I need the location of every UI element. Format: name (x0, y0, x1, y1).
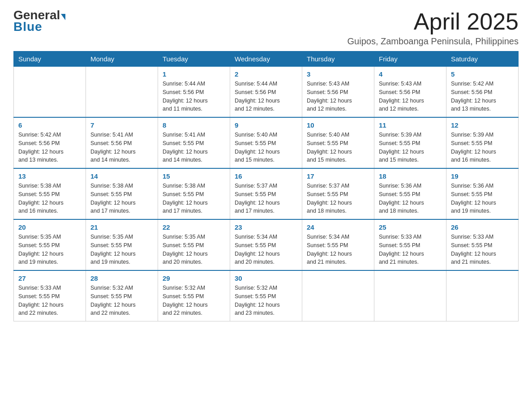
day-number: 3 (307, 70, 369, 78)
day-number: 19 (451, 172, 514, 180)
calendar-cell (14, 67, 86, 118)
day-info: Sunrise: 5:35 AM Sunset: 5:55 PM Dayligh… (18, 233, 81, 266)
day-info: Sunrise: 5:43 AM Sunset: 5:56 PM Dayligh… (307, 80, 369, 113)
day-number: 22 (163, 223, 225, 231)
day-number: 27 (18, 274, 81, 282)
calendar-cell: 1Sunrise: 5:44 AM Sunset: 5:56 PM Daylig… (158, 67, 230, 118)
day-number: 24 (307, 223, 369, 231)
day-info: Sunrise: 5:38 AM Sunset: 5:55 PM Dayligh… (18, 182, 81, 215)
weekday-header-row: SundayMondayTuesdayWednesdayThursdayFrid… (14, 51, 519, 67)
day-info: Sunrise: 5:33 AM Sunset: 5:55 PM Dayligh… (18, 284, 81, 317)
day-number: 16 (235, 172, 297, 180)
day-info: Sunrise: 5:32 AM Sunset: 5:55 PM Dayligh… (90, 284, 153, 317)
day-info: Sunrise: 5:36 AM Sunset: 5:55 PM Dayligh… (451, 182, 514, 215)
day-info: Sunrise: 5:37 AM Sunset: 5:55 PM Dayligh… (235, 182, 297, 215)
day-number: 4 (379, 70, 442, 78)
day-info: Sunrise: 5:40 AM Sunset: 5:55 PM Dayligh… (307, 131, 369, 164)
calendar-cell: 14Sunrise: 5:38 AM Sunset: 5:55 PM Dayli… (86, 168, 158, 219)
calendar-cell: 11Sunrise: 5:39 AM Sunset: 5:55 PM Dayli… (374, 117, 446, 168)
day-number: 17 (307, 172, 369, 180)
calendar-week-row: 20Sunrise: 5:35 AM Sunset: 5:55 PM Dayli… (14, 219, 519, 270)
calendar-cell: 29Sunrise: 5:32 AM Sunset: 5:55 PM Dayli… (158, 270, 230, 321)
calendar-cell: 23Sunrise: 5:34 AM Sunset: 5:55 PM Dayli… (230, 219, 302, 270)
day-info: Sunrise: 5:36 AM Sunset: 5:55 PM Dayligh… (379, 182, 442, 215)
calendar-week-row: 13Sunrise: 5:38 AM Sunset: 5:55 PM Dayli… (14, 168, 519, 219)
weekday-header-tuesday: Tuesday (158, 51, 230, 67)
day-info: Sunrise: 5:33 AM Sunset: 5:55 PM Dayligh… (451, 233, 514, 266)
calendar-table: SundayMondayTuesdayWednesdayThursdayFrid… (13, 51, 519, 321)
day-number: 14 (90, 172, 153, 180)
title-area: April 2025 Guipos, Zamboanga Peninsula, … (348, 9, 519, 47)
day-number: 8 (163, 121, 225, 129)
day-number: 25 (379, 223, 442, 231)
calendar-cell: 16Sunrise: 5:37 AM Sunset: 5:55 PM Dayli… (230, 168, 302, 219)
day-number: 11 (379, 121, 442, 129)
day-number: 5 (451, 70, 514, 78)
logo-triangle-icon (61, 14, 65, 20)
day-info: Sunrise: 5:40 AM Sunset: 5:55 PM Dayligh… (235, 131, 297, 164)
day-info: Sunrise: 5:34 AM Sunset: 5:55 PM Dayligh… (235, 233, 297, 266)
day-info: Sunrise: 5:44 AM Sunset: 5:56 PM Dayligh… (235, 80, 297, 113)
day-info: Sunrise: 5:37 AM Sunset: 5:55 PM Dayligh… (307, 182, 369, 215)
day-info: Sunrise: 5:39 AM Sunset: 5:55 PM Dayligh… (379, 131, 442, 164)
day-info: Sunrise: 5:43 AM Sunset: 5:56 PM Dayligh… (379, 80, 442, 113)
calendar-cell (86, 67, 158, 118)
day-info: Sunrise: 5:39 AM Sunset: 5:55 PM Dayligh… (451, 131, 514, 164)
page-header: General Blue April 2025 Guipos, Zamboang… (13, 9, 519, 47)
calendar-cell: 20Sunrise: 5:35 AM Sunset: 5:55 PM Dayli… (14, 219, 86, 270)
calendar-cell: 18Sunrise: 5:36 AM Sunset: 5:55 PM Dayli… (374, 168, 446, 219)
calendar-cell: 8Sunrise: 5:41 AM Sunset: 5:55 PM Daylig… (158, 117, 230, 168)
calendar-cell: 3Sunrise: 5:43 AM Sunset: 5:56 PM Daylig… (302, 67, 374, 118)
calendar-cell (302, 270, 374, 321)
weekday-header-wednesday: Wednesday (230, 51, 302, 67)
day-number: 23 (235, 223, 297, 231)
day-number: 7 (90, 121, 153, 129)
calendar-cell: 5Sunrise: 5:42 AM Sunset: 5:56 PM Daylig… (446, 67, 519, 118)
calendar-cell: 19Sunrise: 5:36 AM Sunset: 5:55 PM Dayli… (446, 168, 519, 219)
day-number: 29 (163, 274, 225, 282)
day-info: Sunrise: 5:33 AM Sunset: 5:55 PM Dayligh… (379, 233, 442, 266)
day-number: 6 (18, 121, 81, 129)
day-info: Sunrise: 5:32 AM Sunset: 5:55 PM Dayligh… (235, 284, 297, 317)
logo: General Blue (13, 9, 65, 34)
day-info: Sunrise: 5:34 AM Sunset: 5:55 PM Dayligh… (307, 233, 369, 266)
calendar-cell: 27Sunrise: 5:33 AM Sunset: 5:55 PM Dayli… (14, 270, 86, 321)
logo-blue-text: Blue (13, 20, 43, 34)
weekday-header-sunday: Sunday (14, 51, 86, 67)
day-number: 12 (451, 121, 514, 129)
day-info: Sunrise: 5:42 AM Sunset: 5:56 PM Dayligh… (18, 131, 81, 164)
day-info: Sunrise: 5:41 AM Sunset: 5:55 PM Dayligh… (163, 131, 225, 164)
calendar-cell: 6Sunrise: 5:42 AM Sunset: 5:56 PM Daylig… (14, 117, 86, 168)
day-number: 9 (235, 121, 297, 129)
day-number: 10 (307, 121, 369, 129)
calendar-cell: 22Sunrise: 5:35 AM Sunset: 5:55 PM Dayli… (158, 219, 230, 270)
calendar-cell: 17Sunrise: 5:37 AM Sunset: 5:55 PM Dayli… (302, 168, 374, 219)
month-title: April 2025 (348, 9, 519, 34)
calendar-cell: 9Sunrise: 5:40 AM Sunset: 5:55 PM Daylig… (230, 117, 302, 168)
day-info: Sunrise: 5:35 AM Sunset: 5:55 PM Dayligh… (90, 233, 153, 266)
calendar-cell: 15Sunrise: 5:38 AM Sunset: 5:55 PM Dayli… (158, 168, 230, 219)
day-info: Sunrise: 5:44 AM Sunset: 5:56 PM Dayligh… (163, 80, 225, 113)
calendar-cell: 4Sunrise: 5:43 AM Sunset: 5:56 PM Daylig… (374, 67, 446, 118)
calendar-cell: 28Sunrise: 5:32 AM Sunset: 5:55 PM Dayli… (86, 270, 158, 321)
calendar-cell: 12Sunrise: 5:39 AM Sunset: 5:55 PM Dayli… (446, 117, 519, 168)
calendar-cell: 26Sunrise: 5:33 AM Sunset: 5:55 PM Dayli… (446, 219, 519, 270)
day-info: Sunrise: 5:42 AM Sunset: 5:56 PM Dayligh… (451, 80, 514, 113)
day-number: 2 (235, 70, 297, 78)
day-number: 30 (235, 274, 297, 282)
calendar-week-row: 27Sunrise: 5:33 AM Sunset: 5:55 PM Dayli… (14, 270, 519, 321)
day-number: 13 (18, 172, 81, 180)
calendar-cell: 10Sunrise: 5:40 AM Sunset: 5:55 PM Dayli… (302, 117, 374, 168)
day-number: 28 (90, 274, 153, 282)
calendar-cell: 7Sunrise: 5:41 AM Sunset: 5:56 PM Daylig… (86, 117, 158, 168)
day-info: Sunrise: 5:38 AM Sunset: 5:55 PM Dayligh… (163, 182, 225, 215)
day-number: 20 (18, 223, 81, 231)
day-number: 1 (163, 70, 225, 78)
day-info: Sunrise: 5:35 AM Sunset: 5:55 PM Dayligh… (163, 233, 225, 266)
day-number: 26 (451, 223, 514, 231)
weekday-header-saturday: Saturday (446, 51, 519, 67)
calendar-cell (374, 270, 446, 321)
day-info: Sunrise: 5:32 AM Sunset: 5:55 PM Dayligh… (163, 284, 225, 317)
calendar-cell (446, 270, 519, 321)
calendar-cell: 21Sunrise: 5:35 AM Sunset: 5:55 PM Dayli… (86, 219, 158, 270)
